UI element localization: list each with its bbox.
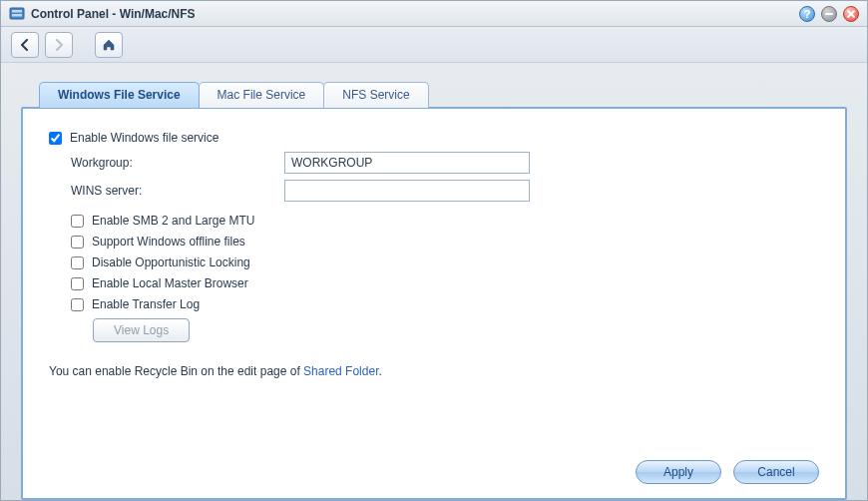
footer-buttons: Apply Cancel (636, 460, 819, 484)
enable-smb2-label: Enable SMB 2 and Large MTU (92, 214, 254, 228)
svg-rect-1 (12, 10, 22, 13)
tab-mac-file-service[interactable]: Mac File Service (199, 82, 325, 108)
content: Windows File Service Mac File Service NF… (1, 63, 867, 500)
disable-oplock-checkbox[interactable] (71, 256, 84, 269)
support-offline-files-checkbox[interactable] (71, 236, 84, 249)
enable-transfer-log-label: Enable Transfer Log (92, 297, 200, 311)
tab-nfs-service[interactable]: NFS Service (323, 82, 428, 108)
enable-windows-file-service-label: Enable Windows file service (70, 131, 218, 145)
app-icon (9, 6, 25, 22)
forward-button[interactable] (45, 32, 73, 58)
enable-local-master-browser-checkbox[interactable] (71, 277, 84, 290)
minimize-button[interactable] (821, 6, 837, 22)
wins-server-label: WINS server: (71, 184, 284, 198)
enable-smb2-checkbox[interactable] (71, 215, 84, 228)
enable-local-master-browser-label: Enable Local Master Browser (92, 276, 248, 290)
svg-rect-0 (10, 8, 24, 19)
workgroup-label: Workgroup: (71, 156, 284, 170)
titlebar: Control Panel - Win/Mac/NFS ? (1, 1, 867, 27)
recycle-bin-hint: You can enable Recycle Bin on the edit p… (49, 364, 819, 378)
help-button[interactable]: ? (799, 6, 815, 22)
enable-windows-file-service-checkbox[interactable] (49, 132, 62, 145)
tab-bar: Windows File Service Mac File Service NF… (39, 81, 847, 107)
shared-folder-link[interactable]: Shared Folder (303, 364, 378, 378)
disable-oplock-label: Disable Opportunistic Locking (92, 255, 250, 269)
support-offline-files-label: Support Windows offline files (92, 235, 245, 249)
close-button[interactable] (843, 6, 859, 22)
wins-server-input[interactable] (284, 180, 530, 202)
enable-transfer-log-checkbox[interactable] (71, 298, 84, 311)
tab-panel-windows: Enable Windows file service Workgroup: W… (21, 107, 847, 500)
window-title: Control Panel - Win/Mac/NFS (31, 7, 196, 21)
workgroup-input[interactable] (284, 152, 530, 174)
svg-rect-2 (12, 14, 22, 17)
apply-button[interactable]: Apply (636, 460, 721, 484)
cancel-button[interactable]: Cancel (733, 460, 819, 484)
control-panel-window: Control Panel - Win/Mac/NFS ? Windows Fi… (0, 0, 868, 501)
view-logs-button[interactable]: View Logs (93, 318, 190, 342)
tab-windows-file-service[interactable]: Windows File Service (39, 82, 200, 108)
toolbar (1, 27, 867, 63)
home-button[interactable] (95, 32, 123, 58)
back-button[interactable] (11, 32, 39, 58)
